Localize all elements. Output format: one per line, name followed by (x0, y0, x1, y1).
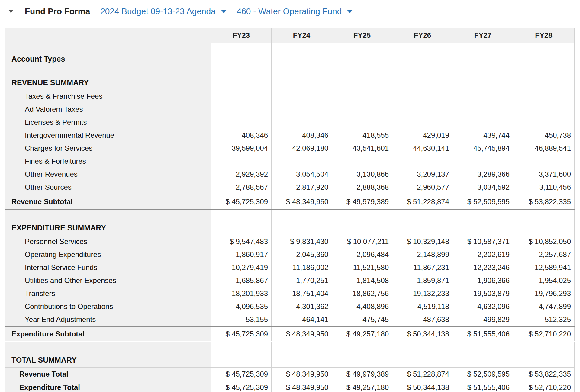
data-cell: 2,045,360 (272, 248, 332, 261)
data-cell: 44,630,141 (392, 142, 453, 155)
data-cell: - (513, 90, 575, 103)
data-cell: 418,555 (332, 129, 392, 142)
data-cell: - (272, 116, 332, 129)
data-cell: $ 51,228,874 (392, 194, 453, 209)
data-cell: 19,796,293 (513, 287, 575, 300)
data-cell: 43,541,601 (332, 142, 392, 155)
data-cell: $ 48,349,950 (272, 368, 332, 381)
data-cell: - (272, 155, 332, 168)
data-cell: $ 49,979,389 (332, 194, 392, 209)
data-cell: $ 49,257,180 (332, 381, 392, 392)
data-cell (453, 342, 513, 368)
row-label-cell: Other Revenues (5, 168, 211, 181)
data-cell: 11,521,580 (332, 261, 392, 274)
data-cell: $ 45,725,309 (211, 381, 272, 392)
row-label-cell: Contributions to Operations (5, 300, 211, 313)
column-header-fy26: FY26 (392, 28, 453, 43)
table-row: Revenue Subtotal$ 45,725,309$ 48,349,950… (5, 194, 575, 209)
data-cell: 4,747,899 (513, 300, 575, 313)
data-cell: 18,201,933 (211, 287, 272, 300)
row-label-cell: Taxes & Franchise Fees (5, 90, 211, 103)
data-cell: $ 48,349,950 (272, 326, 332, 342)
table-row: Internal Service Funds10,279,41911,186,0… (5, 261, 575, 274)
data-cell: 3,054,504 (272, 168, 332, 181)
table-row: Licenses & Permits------ (5, 116, 575, 129)
data-cell (453, 66, 513, 90)
data-cell: - (272, 90, 332, 103)
column-header-fy24: FY24 (272, 28, 332, 43)
table-row: EXPENDITURE SUMMARY (5, 209, 575, 235)
data-cell: $ 51,555,406 (453, 381, 513, 392)
data-cell: 45,745,894 (453, 142, 513, 155)
data-cell: $ 49,979,389 (332, 368, 392, 381)
data-cell: 18,862,756 (332, 287, 392, 300)
data-cell: - (211, 116, 272, 129)
data-cell: 3,034,592 (453, 181, 513, 194)
data-cell: 1,906,366 (453, 274, 513, 287)
data-cell: 2,888,368 (332, 181, 392, 194)
data-cell: - (332, 116, 392, 129)
fund-selector[interactable]: 460 - Water Operating Fund (237, 7, 353, 16)
data-cell (211, 342, 272, 368)
data-cell: - (392, 90, 453, 103)
pro-forma-table: FY23FY24FY25FY26FY27FY28 Account TypesRE… (5, 28, 575, 392)
data-cell: - (453, 155, 513, 168)
data-cell (272, 43, 332, 66)
row-label-cell: EXPENDITURE SUMMARY (5, 209, 211, 235)
data-cell: $ 48,349,950 (272, 381, 332, 392)
data-cell: $ 9,547,483 (211, 235, 272, 248)
column-header-fy25: FY25 (332, 28, 392, 43)
data-cell: $ 53,822,335 (513, 194, 575, 209)
collapse-caret-icon[interactable] (8, 10, 13, 13)
data-cell: 2,257,687 (513, 248, 575, 261)
data-cell: $ 49,257,180 (332, 326, 392, 342)
row-label-cell: Fines & Forfeitures (5, 155, 211, 168)
data-cell: 2,202,619 (453, 248, 513, 261)
page-title: Fund Pro Forma (25, 7, 90, 16)
budget-selector[interactable]: 2024 Budget 09-13-23 Agenda (100, 7, 226, 16)
row-label-cell: Internal Service Funds (5, 261, 211, 274)
data-cell (211, 43, 272, 66)
data-cell: 19,503,879 (453, 287, 513, 300)
data-cell: 3,371,600 (513, 168, 575, 181)
data-cell: 2,960,577 (392, 181, 453, 194)
data-cell: 2,788,567 (211, 181, 272, 194)
data-cell: $ 10,852,050 (513, 235, 575, 248)
column-header-fy23: FY23 (211, 28, 272, 43)
data-cell: $ 52,509,595 (453, 194, 513, 209)
data-cell: 19,132,233 (392, 287, 453, 300)
data-cell: - (392, 116, 453, 129)
row-label-cell: Expenditure Total (5, 381, 211, 392)
data-cell: $ 53,822,335 (513, 368, 575, 381)
data-cell (272, 342, 332, 368)
data-cell: 1,954,025 (513, 274, 575, 287)
column-header-fy28: FY28 (513, 28, 575, 43)
table-row: TOTAL SUMMARY (5, 342, 575, 368)
data-cell: - (453, 116, 513, 129)
column-header-fy27: FY27 (453, 28, 513, 43)
data-cell: 4,408,896 (332, 300, 392, 313)
data-cell: 39,599,004 (211, 142, 272, 155)
data-cell: 1,860,917 (211, 248, 272, 261)
row-label-cell: Revenue Subtotal (5, 194, 211, 209)
table-row: Year End Adjustments53,155464,141475,745… (5, 313, 575, 326)
data-cell: - (513, 103, 575, 116)
data-cell: $ 45,725,309 (211, 368, 272, 381)
corner-cell (5, 28, 211, 43)
row-label-cell: Ad Valorem Taxes (5, 103, 211, 116)
data-cell (453, 43, 513, 66)
row-label-cell: REVENUE SUMMARY (5, 66, 211, 90)
data-cell: - (332, 155, 392, 168)
table-row: Contributions to Operations4,096,5354,30… (5, 300, 575, 313)
data-cell: $ 45,725,309 (211, 194, 272, 209)
data-cell: 11,867,231 (392, 261, 453, 274)
row-label-cell: Expenditure Subtotal (5, 326, 211, 342)
table-row: Transfers18,201,93318,751,40418,862,7561… (5, 287, 575, 300)
row-label-cell: Charges for Services (5, 142, 211, 155)
row-label-cell: Utilities and Other Expenses (5, 274, 211, 287)
data-cell: - (513, 116, 575, 129)
data-cell: $ 10,077,211 (332, 235, 392, 248)
data-cell: 429,019 (392, 129, 453, 142)
data-cell: 12,223,246 (453, 261, 513, 274)
data-cell (211, 209, 272, 235)
